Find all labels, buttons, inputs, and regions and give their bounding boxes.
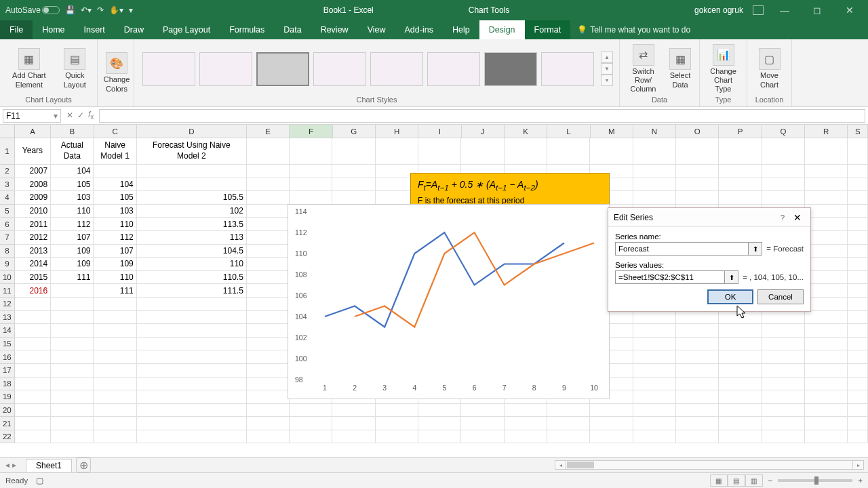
- cell[interactable]: [805, 191, 848, 205]
- cell[interactable]: 2016: [15, 284, 51, 298]
- cell[interactable]: [848, 364, 868, 378]
- cell[interactable]: [719, 364, 762, 378]
- cell[interactable]: [137, 404, 247, 418]
- cell[interactable]: [332, 138, 375, 165]
- qat-customize-icon[interactable]: ▾: [129, 5, 133, 15]
- cell[interactable]: [633, 390, 676, 404]
- cell[interactable]: [547, 138, 590, 165]
- cell[interactable]: [94, 165, 136, 178]
- cell[interactable]: [676, 364, 719, 378]
- chart-styles-gallery[interactable]: [138, 48, 598, 90]
- cell[interactable]: [376, 430, 418, 444]
- redo-icon[interactable]: ↷: [97, 5, 104, 15]
- series-name-ref-button[interactable]: ⬆: [749, 242, 762, 256]
- cell[interactable]: [633, 138, 676, 165]
- row-header[interactable]: 6: [0, 218, 15, 231]
- series-name-input[interactable]: [615, 242, 749, 256]
- cell[interactable]: [418, 404, 461, 418]
- cell[interactable]: [94, 390, 136, 404]
- minimize-button[interactable]: —: [773, 0, 796, 20]
- ok-button[interactable]: OK: [707, 289, 753, 304]
- cell[interactable]: [633, 350, 676, 364]
- cell[interactable]: 104: [51, 165, 94, 178]
- cell[interactable]: [805, 218, 848, 231]
- row-header[interactable]: 15: [0, 338, 15, 351]
- cell[interactable]: [461, 138, 504, 165]
- cell[interactable]: [848, 378, 868, 391]
- row-header[interactable]: 7: [0, 231, 15, 245]
- cell[interactable]: 111: [94, 284, 136, 298]
- row-header[interactable]: 5: [0, 205, 15, 218]
- row-header[interactable]: 21: [0, 417, 15, 430]
- cell[interactable]: [676, 350, 719, 364]
- cell[interactable]: [547, 404, 590, 418]
- cell[interactable]: [247, 311, 290, 325]
- cell[interactable]: [15, 350, 51, 364]
- cell[interactable]: [418, 417, 461, 430]
- cell[interactable]: [247, 430, 290, 444]
- cell[interactable]: [247, 324, 290, 338]
- cell[interactable]: [805, 245, 848, 258]
- tab-file[interactable]: File: [0, 20, 33, 39]
- cell[interactable]: [247, 284, 290, 298]
- change-colors-button[interactable]: 🎨Change Colors: [102, 51, 132, 94]
- cell[interactable]: 104.5: [137, 245, 247, 258]
- cell[interactable]: [247, 258, 290, 271]
- cell[interactable]: [51, 390, 94, 404]
- cell[interactable]: [15, 324, 51, 338]
- col-header-G[interactable]: G: [333, 125, 376, 138]
- cell[interactable]: [137, 378, 247, 391]
- cell[interactable]: [848, 271, 868, 285]
- sheet-next-icon[interactable]: ▸: [12, 460, 16, 470]
- col-header-P[interactable]: P: [719, 125, 762, 138]
- cell[interactable]: [247, 417, 290, 430]
- cell[interactable]: 111: [51, 271, 94, 285]
- cell[interactable]: 2011: [15, 218, 51, 231]
- row-header[interactable]: 22: [0, 430, 15, 444]
- cell[interactable]: 105: [51, 178, 94, 192]
- cell[interactable]: [805, 430, 848, 444]
- cell[interactable]: 103: [94, 205, 136, 218]
- col-header-N[interactable]: N: [633, 125, 676, 138]
- cell[interactable]: [418, 430, 461, 444]
- cell[interactable]: [762, 165, 805, 178]
- cell[interactable]: [547, 417, 590, 430]
- cell[interactable]: 112: [51, 218, 94, 231]
- cell[interactable]: [247, 191, 290, 205]
- col-header-Q[interactable]: Q: [762, 125, 805, 138]
- name-box[interactable]: F11▾: [3, 109, 61, 123]
- cancel-formula-icon[interactable]: ✕: [66, 110, 73, 120]
- page-layout-view-icon[interactable]: ▤: [728, 474, 745, 487]
- cell[interactable]: 2014: [15, 258, 51, 271]
- cell[interactable]: 110.5: [137, 271, 247, 285]
- cell[interactable]: [762, 378, 805, 391]
- cell[interactable]: [676, 430, 719, 444]
- cell[interactable]: [633, 338, 676, 351]
- cell[interactable]: 112: [94, 231, 136, 245]
- cell[interactable]: [676, 378, 719, 391]
- cell[interactable]: [290, 165, 332, 178]
- cell[interactable]: [633, 191, 676, 205]
- cell[interactable]: [805, 378, 848, 391]
- cell[interactable]: [805, 311, 848, 325]
- zoom-out-icon[interactable]: −: [768, 476, 773, 485]
- enter-formula-icon[interactable]: ✓: [77, 110, 84, 120]
- normal-view-icon[interactable]: ▦: [710, 474, 728, 487]
- cell[interactable]: [137, 390, 247, 404]
- macro-record-icon[interactable]: ▢: [36, 476, 43, 485]
- cell[interactable]: [590, 404, 633, 418]
- cell[interactable]: [247, 138, 290, 165]
- cell[interactable]: [15, 390, 51, 404]
- cell[interactable]: 102: [137, 205, 247, 218]
- cell[interactable]: [848, 284, 868, 298]
- cell[interactable]: [332, 165, 375, 178]
- cell[interactable]: [418, 138, 461, 165]
- cell[interactable]: 2013: [15, 245, 51, 258]
- tab-format[interactable]: Format: [525, 20, 571, 39]
- tab-draw[interactable]: Draw: [115, 20, 153, 39]
- cell[interactable]: [805, 284, 848, 298]
- cell[interactable]: [247, 350, 290, 364]
- cell[interactable]: [633, 311, 676, 325]
- series-values-input[interactable]: [615, 270, 725, 284]
- tab-home[interactable]: Home: [33, 20, 74, 39]
